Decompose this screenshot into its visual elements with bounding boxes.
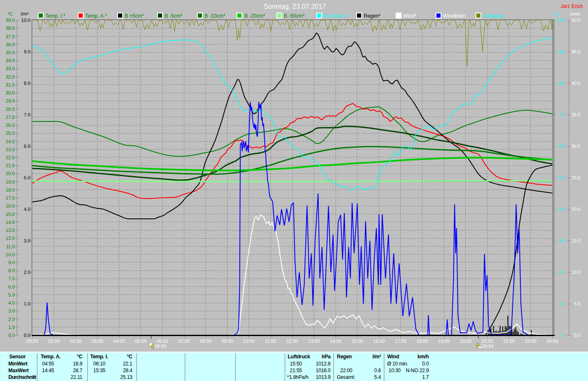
svg-text:18.0: 18.0: [6, 187, 15, 192]
svg-text:50.0: 50.0: [572, 18, 580, 23]
svg-text:6.0: 6.0: [8, 284, 15, 289]
svg-text:17:00: 17:00: [395, 339, 407, 344]
svg-text:27.0: 27.0: [6, 115, 15, 120]
svg-text:22.0: 22.0: [6, 155, 15, 160]
svg-text:22:00: 22:00: [503, 339, 515, 344]
svg-text:38.0: 38.0: [6, 26, 15, 31]
svg-text:29.0: 29.0: [6, 98, 15, 103]
svg-text:28.0: 28.0: [6, 107, 15, 112]
svg-text:20:00: 20:00: [460, 339, 472, 344]
svg-text:21:00: 21:00: [481, 339, 493, 344]
svg-text:36.0: 36.0: [6, 42, 15, 47]
svg-text:32.0: 32.0: [6, 74, 15, 79]
svg-text:10:00: 10:00: [243, 339, 255, 344]
svg-text:05:00: 05:00: [135, 339, 147, 344]
svg-text:10.0: 10.0: [21, 18, 30, 23]
svg-text:B -50cm*: B -50cm*: [284, 13, 305, 19]
svg-text:0.0: 0.0: [574, 333, 580, 338]
svg-text:2.0: 2.0: [8, 317, 15, 322]
svg-text:Wind*: Wind*: [403, 13, 417, 19]
svg-text:35.0: 35.0: [6, 50, 15, 55]
svg-text:13.0: 13.0: [6, 228, 15, 233]
svg-text:Feuchte A.*: Feuchte A.*: [324, 13, 350, 19]
svg-text:33.0: 33.0: [6, 66, 15, 71]
svg-text:3.0: 3.0: [24, 238, 30, 243]
svg-text:B +5cm*: B +5cm*: [125, 13, 144, 19]
svg-text:23:00: 23:00: [525, 339, 537, 344]
svg-text:Empfang: Empfang: [483, 13, 503, 19]
svg-text:B -5cm*: B -5cm*: [165, 13, 183, 19]
svg-text:00:00: 00:00: [26, 339, 38, 344]
svg-text:km/h: km/h: [570, 11, 580, 16]
svg-text:Temp. A.*: Temp. A.*: [85, 13, 107, 19]
svg-text:19:00: 19:00: [438, 339, 450, 344]
svg-text:30.0: 30.0: [572, 144, 580, 149]
svg-text:16:00: 16:00: [373, 339, 385, 344]
svg-text:14:00: 14:00: [330, 339, 341, 344]
svg-text:80: 80: [559, 81, 564, 86]
svg-text:Temp. I.*: Temp. I.*: [45, 13, 66, 19]
svg-text:8.0: 8.0: [8, 268, 15, 273]
svg-text:0.0: 0.0: [24, 333, 30, 338]
svg-text:15:00: 15:00: [352, 339, 363, 344]
svg-text:12:00: 12:00: [286, 339, 298, 344]
svg-text:1.0: 1.0: [8, 325, 15, 330]
svg-text:06:00: 06:00: [157, 339, 168, 344]
svg-text:B -10cm*: B -10cm*: [205, 13, 226, 19]
svg-text:5.0: 5.0: [8, 292, 15, 297]
svg-text:45.0: 45.0: [572, 49, 580, 54]
svg-text:03:00: 03:00: [92, 339, 103, 344]
svg-text:31.0: 31.0: [6, 82, 15, 87]
svg-text:20: 20: [559, 270, 564, 275]
svg-text:20.0: 20.0: [6, 171, 15, 176]
svg-text:40.0: 40.0: [572, 81, 580, 86]
svg-text:50: 50: [559, 175, 564, 180]
svg-text:17.0: 17.0: [6, 195, 15, 200]
svg-text:37.0: 37.0: [6, 34, 15, 39]
svg-text:10.0: 10.0: [6, 252, 15, 257]
svg-text:90: 90: [559, 49, 564, 54]
svg-text:23.0: 23.0: [6, 147, 15, 152]
svg-text:24:00: 24:00: [546, 339, 558, 344]
svg-text:15.0: 15.0: [6, 212, 15, 217]
svg-text:4.0: 4.0: [8, 300, 15, 305]
svg-text:2.0: 2.0: [24, 270, 30, 275]
svg-text:05:29: 05:29: [155, 344, 166, 349]
svg-text:09:00: 09:00: [221, 339, 233, 344]
svg-text:%: %: [554, 11, 559, 16]
svg-text:9.0: 9.0: [24, 49, 30, 54]
svg-text:7.0: 7.0: [24, 112, 30, 117]
svg-text:25.0: 25.0: [572, 175, 580, 180]
svg-text:11:00: 11:00: [265, 339, 276, 344]
svg-text:11.0: 11.0: [6, 244, 15, 249]
svg-text:24.0: 24.0: [6, 139, 15, 144]
svg-text:21.0: 21.0: [6, 163, 15, 168]
svg-text:39.0: 39.0: [6, 18, 15, 23]
svg-text:Windböen: Windböen: [443, 13, 466, 19]
svg-text:02:00: 02:00: [70, 339, 81, 344]
svg-text:1.0: 1.0: [24, 301, 30, 306]
svg-text:4.0: 4.0: [24, 207, 30, 212]
svg-text:20:34: 20:34: [482, 344, 494, 349]
svg-text:12.0: 12.0: [6, 236, 15, 241]
svg-text:3.0: 3.0: [8, 308, 15, 313]
svg-text:01:00: 01:00: [48, 339, 60, 344]
svg-text:14.0: 14.0: [6, 220, 15, 225]
svg-text:13:00: 13:00: [308, 339, 320, 344]
svg-text:Regen*: Regen*: [364, 13, 381, 19]
svg-text:18:00: 18:00: [417, 339, 428, 344]
svg-text:30.0: 30.0: [6, 90, 15, 95]
svg-text:30: 30: [559, 238, 564, 243]
svg-text:0: 0: [561, 333, 564, 338]
svg-text:6.0: 6.0: [24, 144, 30, 149]
svg-text:07:00: 07:00: [178, 339, 190, 344]
svg-text:04:00: 04:00: [113, 339, 125, 344]
svg-text:Sonntag, 23.07.2017: Sonntag, 23.07.2017: [264, 3, 326, 10]
svg-text:34.0: 34.0: [6, 58, 15, 63]
svg-text:8.0: 8.0: [24, 81, 30, 86]
svg-text:25.0: 25.0: [6, 131, 15, 136]
svg-text:20.0: 20.0: [572, 207, 580, 212]
svg-text:35.0: 35.0: [572, 112, 580, 117]
svg-text:60: 60: [559, 144, 564, 149]
svg-text:7.0: 7.0: [8, 276, 15, 281]
